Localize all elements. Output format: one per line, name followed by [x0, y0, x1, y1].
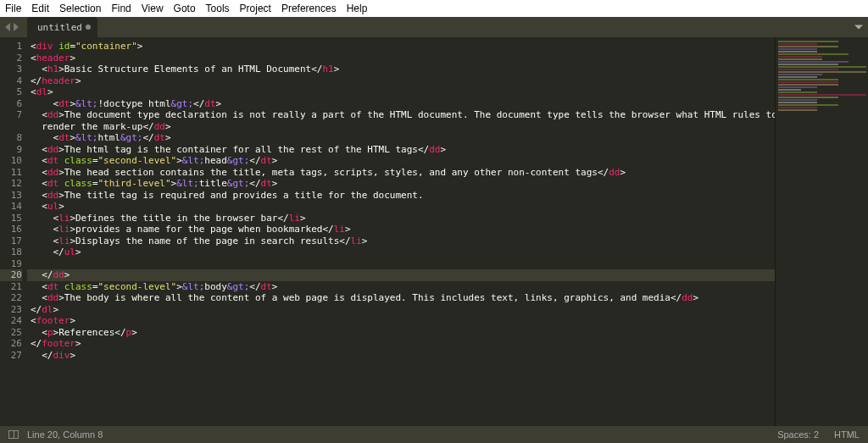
status-syntax[interactable]: HTML — [834, 429, 860, 440]
menu-help[interactable]: Help — [347, 3, 368, 14]
gutter: 1234567 89101112131415161718192021222324… — [0, 37, 27, 426]
nav-arrows[interactable] — [0, 17, 24, 37]
editor-area: 1234567 89101112131415161718192021222324… — [0, 37, 868, 426]
menu-project[interactable]: Project — [240, 3, 271, 14]
menu-edit[interactable]: Edit — [31, 3, 49, 14]
status-bar: Line 20, Column 8 Spaces: 2 HTML — [0, 426, 868, 443]
tab-title: untitled — [37, 22, 82, 33]
tab-row: untitled — [0, 17, 868, 37]
menu-find[interactable]: Find — [111, 3, 131, 14]
menu-goto[interactable]: Goto — [174, 3, 196, 14]
menu-view[interactable]: View — [142, 3, 164, 14]
menu-bar: FileEditSelectionFindViewGotoToolsProjec… — [0, 0, 868, 17]
panel-switch-icon[interactable] — [8, 430, 19, 439]
menu-file[interactable]: File — [5, 3, 21, 14]
tab-untitled[interactable]: untitled — [27, 17, 97, 37]
tab-dropdown-icon[interactable] — [854, 25, 863, 30]
menu-tools[interactable]: Tools — [206, 3, 230, 14]
menu-selection[interactable]: Selection — [59, 3, 101, 14]
minimap[interactable] — [775, 37, 868, 426]
status-indentation[interactable]: Spaces: 2 — [777, 429, 819, 440]
nav-forward-icon[interactable] — [14, 23, 19, 31]
menu-preferences[interactable]: Preferences — [281, 3, 337, 14]
nav-back-icon[interactable] — [5, 23, 10, 31]
status-cursor-position[interactable]: Line 20, Column 8 — [27, 429, 103, 440]
code-area[interactable]: <div id="container"><header> <h1>Basic S… — [27, 37, 775, 426]
